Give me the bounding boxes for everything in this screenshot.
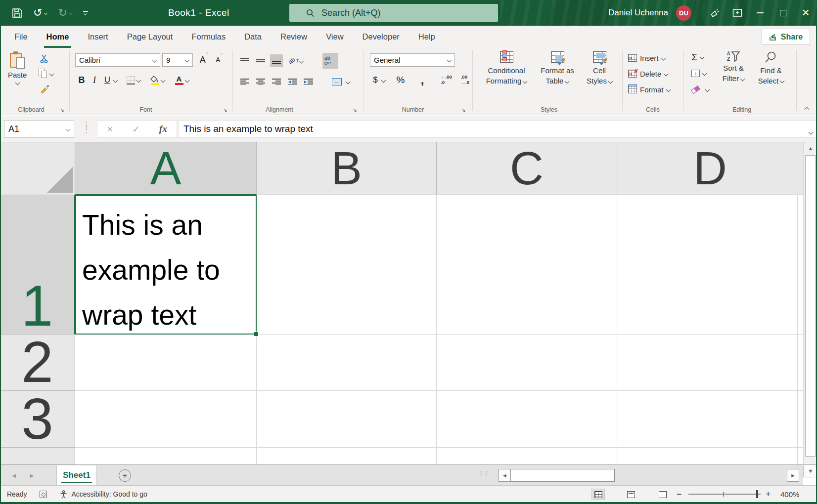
- paste-dropdown-icon[interactable]: [15, 81, 20, 85]
- fill-color-dropdown-icon[interactable]: [161, 78, 166, 83]
- accessibility-status[interactable]: Accessibility: Good to go: [60, 490, 147, 499]
- vscroll-down-button[interactable]: ▼: [804, 464, 817, 477]
- hscroll-grip[interactable]: ⋮⋮: [478, 470, 489, 477]
- close-button[interactable]: ×: [794, 0, 817, 26]
- accounting-dropdown-icon[interactable]: [381, 78, 386, 83]
- cut-button[interactable]: [40, 54, 49, 65]
- formula-input[interactable]: This is an example to wrap text: [178, 120, 817, 138]
- clear-button[interactable]: [691, 84, 709, 95]
- sheet-nav-prev-button[interactable]: ◄: [11, 465, 17, 486]
- zoom-slider[interactable]: [688, 494, 761, 495]
- save-button[interactable]: [12, 8, 22, 18]
- wrap-text-button[interactable]: ab c↩: [322, 53, 338, 69]
- font-color-button[interactable]: A: [173, 74, 185, 86]
- cancel-button[interactable]: ×: [107, 123, 113, 135]
- italic-button[interactable]: I: [88, 74, 101, 86]
- column-header-d[interactable]: D: [617, 142, 803, 195]
- cell-a1-selected[interactable]: This is an example to wrap text: [75, 195, 257, 335]
- tab-insert[interactable]: Insert: [78, 26, 117, 48]
- accounting-format-button[interactable]: $: [371, 74, 380, 86]
- format-painter-button[interactable]: [40, 84, 50, 96]
- sheet-nav-next-button[interactable]: ►: [29, 465, 35, 486]
- vscroll-thumb[interactable]: [805, 155, 816, 457]
- row-header-3[interactable]: 3: [0, 391, 75, 448]
- macro-record-icon[interactable]: [40, 491, 47, 498]
- maximize-button[interactable]: [772, 0, 794, 26]
- borders-button[interactable]: [124, 74, 137, 86]
- minimize-button[interactable]: [749, 0, 772, 26]
- font-size-combo[interactable]: 9: [162, 53, 193, 67]
- tab-formulas[interactable]: Formulas: [182, 26, 235, 48]
- ribbon-display-options-button[interactable]: [726, 0, 749, 26]
- hscroll-thumb[interactable]: [510, 469, 615, 482]
- hscroll-left-button[interactable]: ◄: [499, 469, 511, 482]
- sort-filter-button[interactable]: AZ Sort & Filter: [716, 51, 751, 84]
- column-header-a[interactable]: A: [75, 142, 257, 195]
- align-bottom-button[interactable]: [270, 54, 283, 67]
- font-color-dropdown-icon[interactable]: [185, 78, 190, 83]
- font-name-combo[interactable]: Calibri: [75, 53, 160, 67]
- find-select-button[interactable]: Find & Select: [754, 51, 788, 85]
- fill-button[interactable]: ↓: [691, 67, 706, 79]
- tab-file[interactable]: File: [5, 26, 37, 48]
- redo-button[interactable]: ↻: [58, 7, 72, 18]
- select-all-button[interactable]: [0, 142, 75, 195]
- tab-page-layout[interactable]: Page Layout: [118, 26, 182, 48]
- borders-dropdown-icon[interactable]: [136, 78, 141, 83]
- grow-font-button[interactable]: A ˆ: [197, 53, 211, 67]
- coming-soon-button[interactable]: [703, 0, 726, 26]
- comma-style-button[interactable]: ,: [416, 74, 429, 86]
- formula-bar-grip[interactable]: ⋮⋮: [82, 123, 91, 132]
- formula-bar-expand-icon[interactable]: [809, 130, 814, 135]
- decrease-decimal-button[interactable]: .00 →.0: [461, 75, 469, 85]
- percent-style-button[interactable]: %: [394, 74, 407, 86]
- name-box[interactable]: A1: [4, 120, 74, 138]
- row-header-4-partial[interactable]: [0, 448, 75, 464]
- align-right-button[interactable]: [270, 75, 283, 88]
- bold-button[interactable]: B: [75, 74, 88, 86]
- copy-button[interactable]: [39, 69, 53, 79]
- zoom-slider-thumb[interactable]: [756, 490, 758, 498]
- insert-function-button[interactable]: fx: [159, 124, 167, 134]
- clipboard-dialog-launcher[interactable]: ↘: [58, 106, 65, 113]
- tab-help[interactable]: Help: [409, 26, 445, 48]
- tab-developer[interactable]: Developer: [353, 26, 409, 48]
- align-middle-button[interactable]: [254, 54, 267, 67]
- zoom-out-button[interactable]: −: [677, 486, 682, 503]
- name-box-dropdown-icon[interactable]: [66, 126, 71, 131]
- paste-button[interactable]: Paste: [8, 52, 27, 84]
- increase-decimal-button[interactable]: ←.00 .0: [441, 75, 452, 85]
- collapse-ribbon-button[interactable]: [802, 105, 811, 112]
- new-sheet-button[interactable]: +: [119, 469, 131, 482]
- enter-button[interactable]: ✓: [132, 124, 140, 135]
- undo-button[interactable]: ↺: [33, 7, 47, 18]
- row-header-1[interactable]: 1: [0, 195, 75, 335]
- cell-styles-button[interactable]: Cell Styles: [582, 51, 617, 86]
- number-dialog-launcher[interactable]: ↘: [460, 106, 467, 113]
- insert-cells-button[interactable]: Insert: [628, 52, 665, 64]
- number-format-combo[interactable]: General: [370, 53, 455, 67]
- user-name[interactable]: Daniel Uchenna: [608, 8, 668, 18]
- undo-dropdown-icon[interactable]: [44, 11, 47, 14]
- alignment-dialog-launcher[interactable]: ↘: [351, 106, 358, 113]
- avatar[interactable]: DU: [676, 5, 691, 21]
- vscroll-up-button[interactable]: ▲: [804, 142, 817, 154]
- tab-home[interactable]: Home: [37, 26, 79, 48]
- zoom-level[interactable]: 400%: [780, 486, 799, 503]
- tab-review[interactable]: Review: [271, 26, 317, 48]
- fill-color-button[interactable]: [148, 74, 161, 86]
- merge-center-button[interactable]: ↔: [330, 75, 343, 88]
- column-header-b[interactable]: B: [257, 142, 437, 195]
- increase-indent-button[interactable]: [302, 75, 315, 88]
- orientation-button[interactable]: ab ↗: [286, 54, 306, 67]
- row-header-2[interactable]: 2: [0, 335, 75, 391]
- sheet-tab-sheet1[interactable]: Sheet1: [56, 465, 97, 485]
- merge-center-dropdown-icon[interactable]: [346, 79, 351, 84]
- underline-dropdown-icon[interactable]: [113, 78, 118, 83]
- align-top-button[interactable]: [238, 54, 251, 67]
- column-header-c[interactable]: C: [437, 142, 617, 195]
- align-center-button[interactable]: [254, 75, 267, 88]
- zoom-in-button[interactable]: +: [766, 486, 771, 503]
- decrease-indent-button[interactable]: [286, 75, 299, 88]
- view-page-break-button[interactable]: [656, 489, 669, 500]
